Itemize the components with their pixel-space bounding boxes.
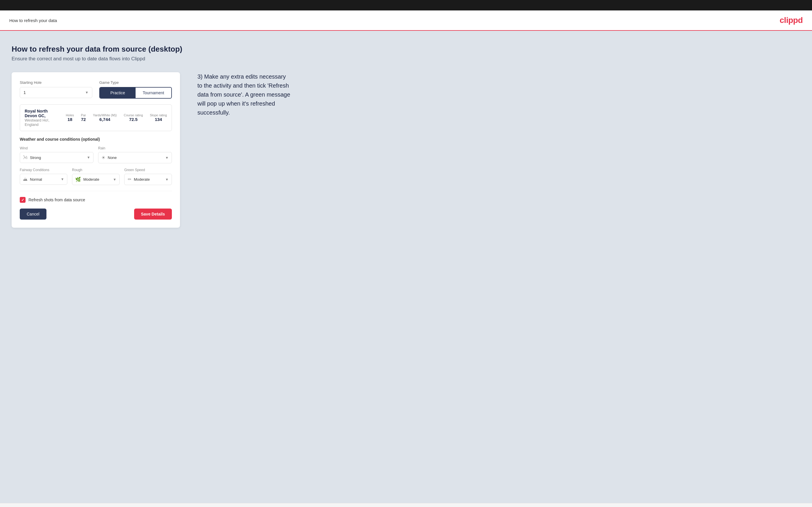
chevron-down-icon: ▼ bbox=[165, 177, 169, 181]
game-type-label: Game Type bbox=[99, 80, 172, 85]
button-row: Cancel Save Details bbox=[20, 209, 172, 220]
holes-stat: Holes 18 bbox=[66, 113, 74, 122]
yards-stat: Yards/White (M)) 6,744 bbox=[93, 113, 117, 122]
cancel-button[interactable]: Cancel bbox=[20, 209, 46, 220]
slope-rating-stat: Slope rating 134 bbox=[150, 113, 167, 122]
course-name: Royal North Devon GC, bbox=[25, 109, 60, 118]
refresh-checkbox-row: Refresh shots from data source bbox=[20, 197, 172, 203]
wind-rain-row: Wind 🌬 Strong ▼ Rain ☀ None ▼ bbox=[20, 146, 172, 163]
rough-value: Moderate bbox=[83, 177, 111, 181]
rain-label: Rain bbox=[98, 146, 172, 150]
green-speed-select[interactable]: ⚰ Moderate ▼ bbox=[124, 174, 172, 185]
green-speed-value: Moderate bbox=[134, 177, 163, 181]
green-speed-label: Green Speed bbox=[124, 168, 172, 172]
content-area: Starting Hole 1 ▼ Game Type Practice Tou… bbox=[12, 72, 800, 228]
green-speed-group: Green Speed ⚰ Moderate ▼ bbox=[124, 168, 172, 185]
course-row: Royal North Devon GC, Westward Ho!, Engl… bbox=[20, 104, 172, 131]
slope-rating-value: 134 bbox=[155, 117, 162, 122]
rain-value: None bbox=[108, 156, 163, 160]
rough-group: Rough 🌿 Moderate ▼ bbox=[72, 168, 119, 185]
footer: Copyright Clippd 2022 bbox=[0, 503, 812, 507]
sidebar-description: 3) Make any extra edits necessary to the… bbox=[197, 72, 290, 117]
header: How to refresh your data clippd bbox=[0, 10, 812, 31]
top-form-row: Starting Hole 1 ▼ Game Type Practice Tou… bbox=[20, 80, 172, 99]
course-location: Westward Ho!, England bbox=[25, 118, 60, 127]
fairway-select[interactable]: ⛰ Normal ▼ bbox=[20, 174, 67, 185]
par-stat: Par 72 bbox=[81, 113, 86, 122]
sidebar-text: 3) Make any extra edits necessary to the… bbox=[197, 72, 290, 117]
chevron-down-icon: ▼ bbox=[85, 91, 89, 95]
wind-group: Wind 🌬 Strong ▼ bbox=[20, 146, 94, 163]
rain-select[interactable]: ☀ None ▼ bbox=[98, 152, 172, 163]
chevron-down-icon: ▼ bbox=[165, 156, 169, 160]
wind-icon: 🌬 bbox=[23, 155, 28, 160]
fairway-label: Fairway Conditions bbox=[20, 168, 67, 172]
divider bbox=[20, 191, 172, 191]
holes-value: 18 bbox=[67, 117, 72, 122]
par-label: Par bbox=[81, 113, 86, 117]
game-type-toggle: Practice Tournament bbox=[99, 87, 172, 99]
form-panel: Starting Hole 1 ▼ Game Type Practice Tou… bbox=[12, 72, 180, 228]
starting-hole-select[interactable]: 1 ▼ bbox=[20, 87, 92, 98]
game-type-group: Game Type Practice Tournament bbox=[99, 80, 172, 99]
wind-select[interactable]: 🌬 Strong ▼ bbox=[20, 152, 94, 163]
wind-label: Wind bbox=[20, 146, 94, 150]
par-value: 72 bbox=[81, 117, 86, 122]
holes-label: Holes bbox=[66, 113, 74, 117]
practice-button[interactable]: Practice bbox=[100, 88, 136, 98]
course-rating-label: Course rating bbox=[124, 113, 143, 117]
refresh-label: Refresh shots from data source bbox=[29, 198, 85, 202]
course-rating-stat: Course rating 72.5 bbox=[124, 113, 143, 122]
rough-label: Rough bbox=[72, 168, 119, 172]
tournament-button[interactable]: Tournament bbox=[136, 88, 171, 98]
refresh-checkbox[interactable] bbox=[20, 197, 26, 203]
starting-hole-label: Starting Hole bbox=[20, 80, 92, 85]
header-title: How to refresh your data bbox=[9, 18, 57, 23]
course-info: Royal North Devon GC, Westward Ho!, Engl… bbox=[25, 109, 60, 127]
page-title: How to refresh your data from source (de… bbox=[12, 45, 800, 54]
chevron-down-icon: ▼ bbox=[113, 177, 116, 181]
chevron-down-icon: ▼ bbox=[87, 156, 90, 160]
top-bar bbox=[0, 0, 812, 10]
logo: clippd bbox=[780, 16, 803, 25]
starting-hole-value: 1 bbox=[23, 90, 85, 95]
save-button[interactable]: Save Details bbox=[134, 209, 172, 220]
course-rating-value: 72.5 bbox=[129, 117, 138, 122]
main-content: How to refresh your data from source (de… bbox=[0, 31, 812, 503]
rough-icon: 🌿 bbox=[75, 177, 81, 182]
fairway-group: Fairway Conditions ⛰ Normal ▼ bbox=[20, 168, 67, 185]
yards-value: 6,744 bbox=[99, 117, 110, 122]
starting-hole-group: Starting Hole 1 ▼ bbox=[20, 80, 92, 99]
page-subtitle: Ensure the correct and most up to date d… bbox=[12, 56, 800, 62]
yards-label: Yards/White (M)) bbox=[93, 113, 117, 117]
wind-value: Strong bbox=[30, 156, 85, 160]
rain-icon: ☀ bbox=[101, 155, 105, 160]
course-stats: Holes 18 Par 72 Yards/White (M)) 6,744 C… bbox=[66, 113, 167, 122]
conditions-row-2: Fairway Conditions ⛰ Normal ▼ Rough 🌿 Mo… bbox=[20, 168, 172, 185]
fairway-value: Normal bbox=[30, 177, 58, 181]
conditions-section-title: Weather and course conditions (optional) bbox=[20, 137, 172, 142]
rain-group: Rain ☀ None ▼ bbox=[98, 146, 172, 163]
green-speed-icon: ⚰ bbox=[128, 177, 132, 182]
chevron-down-icon: ▼ bbox=[61, 177, 64, 181]
fairway-icon: ⛰ bbox=[23, 177, 28, 182]
slope-rating-label: Slope rating bbox=[150, 113, 167, 117]
rough-select[interactable]: 🌿 Moderate ▼ bbox=[72, 174, 119, 185]
